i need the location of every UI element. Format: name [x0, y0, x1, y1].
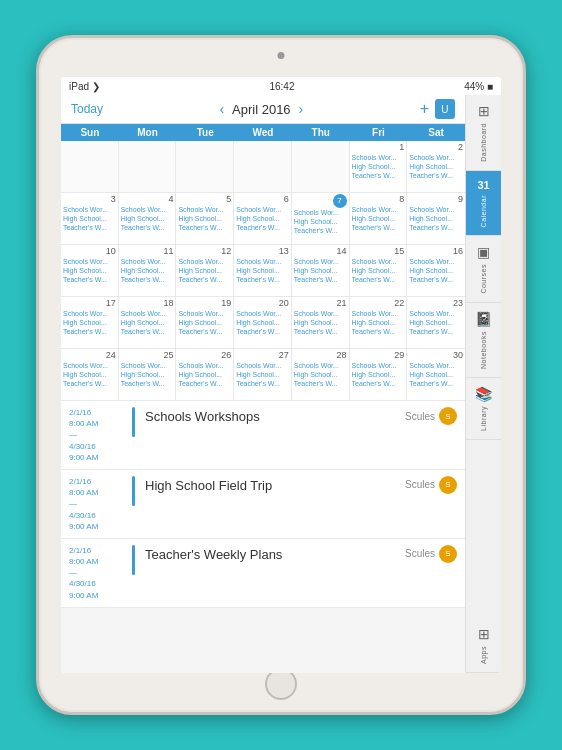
list-item[interactable]: 2/1/16 8:00 AM — 4/30/16 9:00 AM Schools…: [61, 401, 465, 470]
event-end-date: 4/30/16: [69, 510, 124, 521]
cal-event: High School...: [409, 214, 463, 223]
cal-cell-21[interactable]: 21 Schools Wor... High School... Teacher…: [292, 297, 350, 349]
cal-event: Teacher's W...: [294, 327, 347, 336]
cal-cell-30[interactable]: 30 Schools Wor... High School... Teacher…: [407, 349, 465, 401]
cal-cell-25[interactable]: 25 Schools Wor... High School... Teacher…: [119, 349, 177, 401]
cal-date: 20: [236, 298, 289, 309]
cal-cell-12[interactable]: 12 Schools Wor... High School... Teacher…: [176, 245, 234, 297]
cal-event: High School...: [409, 266, 463, 275]
cal-event: Teacher's W...: [352, 379, 405, 388]
cal-cell-7[interactable]: 7 Schools Wor... High School... Teacher'…: [292, 193, 350, 245]
cal-cell-6[interactable]: 6 Schools Wor... High School... Teacher'…: [234, 193, 292, 245]
cal-event: Schools Wor...: [121, 309, 174, 318]
header-right: + U: [420, 99, 455, 119]
sidebar-item-apps[interactable]: ⊞ Apps: [466, 618, 501, 673]
cal-cell-16[interactable]: 16 Schools Wor... High School... Teacher…: [407, 245, 465, 297]
next-month-button[interactable]: ›: [299, 101, 304, 117]
avatar-initial: U: [441, 104, 448, 115]
event-separator: —: [69, 567, 124, 578]
cal-cell-23[interactable]: 23 Schools Wor... High School... Teacher…: [407, 297, 465, 349]
cal-event: Schools Wor...: [178, 361, 231, 370]
cal-event: Schools Wor...: [236, 257, 289, 266]
event-end-date: 4/30/16: [69, 578, 124, 589]
cal-event: High School...: [63, 266, 116, 275]
cal-cell-14[interactable]: 14 Schools Wor... High School... Teacher…: [292, 245, 350, 297]
list-item[interactable]: 2/1/16 8:00 AM — 4/30/16 9:00 AM Teacher…: [61, 539, 465, 608]
cal-event: Teacher's W...: [121, 275, 174, 284]
cal-event: Teacher's W...: [236, 327, 289, 336]
sidebar-item-calendar[interactable]: 31 Calendar: [466, 171, 501, 236]
cal-cell-18[interactable]: 18 Schools Wor... High School... Teacher…: [119, 297, 177, 349]
day-header-sat: Sat: [407, 124, 465, 141]
today-button[interactable]: Today: [71, 102, 103, 116]
event-dates: 2/1/16 8:00 AM — 4/30/16 9:00 AM: [69, 476, 124, 532]
cal-cell-22[interactable]: 22 Schools Wor... High School... Teacher…: [350, 297, 408, 349]
cal-event: Schools Wor...: [294, 208, 347, 217]
cal-event: High School...: [121, 370, 174, 379]
event-right: Scules S: [405, 407, 457, 425]
cal-cell-15[interactable]: 15 Schools Wor... High School... Teacher…: [350, 245, 408, 297]
list-item[interactable]: 2/1/16 8:00 AM — 4/30/16 9:00 AM High Sc…: [61, 470, 465, 539]
cal-cell-10[interactable]: 10 Schools Wor... High School... Teacher…: [61, 245, 119, 297]
cal-cell-19[interactable]: 19 Schools Wor... High School... Teacher…: [176, 297, 234, 349]
sidebar-item-notebooks[interactable]: 📓 Notebooks: [466, 303, 501, 378]
cal-event: Teacher's W...: [352, 223, 405, 232]
cal-cell-empty[interactable]: [234, 141, 292, 193]
cal-event: High School...: [63, 214, 116, 223]
sidebar-item-courses[interactable]: ▣ Courses: [466, 236, 501, 303]
cal-event: Schools Wor...: [409, 153, 463, 162]
cal-cell-4[interactable]: 4 Schools Wor... High School... Teacher'…: [119, 193, 177, 245]
cal-cell-8[interactable]: 8 Schools Wor... High School... Teacher'…: [350, 193, 408, 245]
cal-event: Schools Wor...: [236, 309, 289, 318]
cal-event: Schools Wor...: [63, 257, 116, 266]
sidebar-item-dashboard[interactable]: ⊞ Dashboard: [466, 95, 501, 171]
event-author: Scules: [405, 548, 435, 559]
cal-cell-empty[interactable]: [61, 141, 119, 193]
cal-cell-1[interactable]: 1 Schools Wor... High School... Teacher'…: [350, 141, 408, 193]
screen: iPad ❯ 16:42 44% ■ Today ‹ April 2016 › …: [61, 77, 501, 673]
prev-month-button[interactable]: ‹: [219, 101, 224, 117]
app-content: Today ‹ April 2016 › + U Sun: [61, 95, 501, 673]
user-avatar[interactable]: U: [435, 99, 455, 119]
cal-cell-empty[interactable]: [119, 141, 177, 193]
cal-cell-5[interactable]: 5 Schools Wor... High School... Teacher'…: [176, 193, 234, 245]
sidebar-item-label: Apps: [480, 646, 487, 664]
cal-cell-empty[interactable]: [292, 141, 350, 193]
cal-event: Schools Wor...: [178, 205, 231, 214]
cal-event: Schools Wor...: [63, 309, 116, 318]
notebooks-icon: 📓: [475, 311, 492, 327]
cal-cell-28[interactable]: 28 Schools Wor... High School... Teacher…: [292, 349, 350, 401]
cal-event: Teacher's W...: [236, 379, 289, 388]
day-header-sun: Sun: [61, 124, 119, 141]
cal-date: 29: [352, 350, 405, 361]
cal-event: Schools Wor...: [352, 153, 405, 162]
calendar-header: Today ‹ April 2016 › + U: [61, 95, 465, 124]
cal-cell-11[interactable]: 11 Schools Wor... High School... Teacher…: [119, 245, 177, 297]
cal-cell-2[interactable]: 2 Schools Wor... High School... Teacher'…: [407, 141, 465, 193]
add-event-button[interactable]: +: [420, 100, 429, 118]
cal-date: 6: [236, 194, 289, 205]
cal-event: High School...: [178, 266, 231, 275]
event-separator: —: [69, 498, 124, 509]
event-author: Scules: [405, 479, 435, 490]
sidebar-item-library[interactable]: 📚 Library: [466, 378, 501, 440]
cal-event: High School...: [352, 266, 405, 275]
cal-cell-17[interactable]: 17 Schools Wor... High School... Teacher…: [61, 297, 119, 349]
cal-cell-9[interactable]: 9 Schools Wor... High School... Teacher'…: [407, 193, 465, 245]
cal-cell-27[interactable]: 27 Schools Wor... High School... Teacher…: [234, 349, 292, 401]
cal-date: 4: [121, 194, 174, 205]
cal-cell-20[interactable]: 20 Schools Wor... High School... Teacher…: [234, 297, 292, 349]
cal-cell-26[interactable]: 26 Schools Wor... High School... Teacher…: [176, 349, 234, 401]
sidebar-item-label: Dashboard: [480, 123, 487, 162]
cal-event: Schools Wor...: [352, 257, 405, 266]
cal-cell-24[interactable]: 24 Schools Wor... High School... Teacher…: [61, 349, 119, 401]
cal-cell-29[interactable]: 29 Schools Wor... High School... Teacher…: [350, 349, 408, 401]
cal-date: 1: [352, 142, 405, 153]
cal-date: 16: [409, 246, 463, 257]
cal-cell-13[interactable]: 13 Schools Wor... High School... Teacher…: [234, 245, 292, 297]
cal-event: Schools Wor...: [409, 257, 463, 266]
cal-cell-3[interactable]: 3 Schools Wor... High School... Teacher'…: [61, 193, 119, 245]
cal-cell-empty[interactable]: [176, 141, 234, 193]
event-start-time: 8:00 AM: [69, 556, 124, 567]
sidebar-item-label: Calendar: [480, 195, 487, 227]
